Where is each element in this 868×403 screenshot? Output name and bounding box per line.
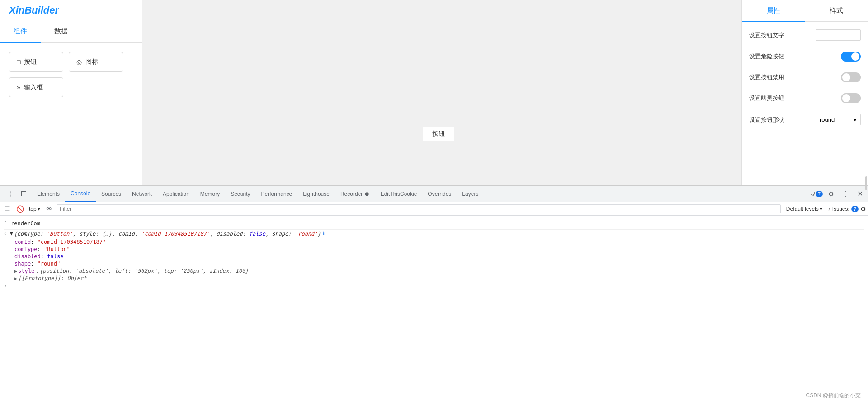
filter-container xyxy=(57,204,781,213)
devtools-tab-memory[interactable]: Memory xyxy=(195,186,225,202)
messages-icon[interactable]: 🗨 7 xyxy=(810,188,823,200)
prop-comid: comId: "comId_1703485107187" xyxy=(14,238,864,246)
left-panel: XinBuilder 组件 数据 □ 按钮 ◎ 图标 » 输入框 xyxy=(0,0,142,185)
devtools-tab-network[interactable]: Network xyxy=(127,186,157,202)
issues-label: 7 Issues: xyxy=(828,206,849,212)
toggle-ghost-knob xyxy=(842,94,850,102)
properties-panel: 设置按钮文字 设置危险按钮 设置按钮禁用 设置幽灵按钮 xyxy=(742,22,868,143)
clear-console-icon[interactable]: 🚫 xyxy=(14,204,25,214)
rendercom-text: renderCom xyxy=(11,218,40,228)
devtools-tab-application[interactable]: Application xyxy=(157,186,195,202)
console-line-object: ‹ ▼ {comType: 'Button', style: {…}, comI… xyxy=(4,230,864,238)
left-panel-tabs: 组件 数据 xyxy=(0,21,142,43)
devtools-tab-lighthouse[interactable]: Lighthouse xyxy=(297,186,335,202)
tab-components[interactable]: 组件 xyxy=(0,21,41,42)
more-icon[interactable]: ⋮ xyxy=(839,188,852,200)
toggle-danger-knob xyxy=(851,52,859,61)
right-panel: 属性 样式 设置按钮文字 设置危险按钮 设置按钮禁用 xyxy=(741,0,868,185)
prop-shape: shape: "round" xyxy=(14,260,864,267)
component-input[interactable]: » 输入框 xyxy=(9,77,63,97)
settings-gear-icon[interactable]: ⚙ xyxy=(860,205,866,213)
property-shape: 设置按钮形状 round ▾ xyxy=(749,114,861,125)
info-icon: ℹ xyxy=(323,231,325,237)
devtools-tab-editthiscookie[interactable]: EditThisCookie xyxy=(375,186,423,202)
prop-label-disabled: 设置按钮禁用 xyxy=(749,73,784,81)
object-preview: {comType: 'Button', style: {…}, comId: '… xyxy=(14,231,321,237)
scroll-indicator xyxy=(865,176,867,190)
sidebar-toggle-icon[interactable]: ☰ xyxy=(2,204,13,214)
prototype-expand-icon[interactable]: ▶ xyxy=(14,276,17,281)
console-toolbar: ☰ 🚫 top ▾ 👁 Default levels ▾ 7 Issues: 7… xyxy=(0,202,868,216)
prop-comtype: comType: "Button" xyxy=(14,246,864,253)
components-grid: □ 按钮 ◎ 图标 » 输入框 xyxy=(0,43,142,106)
filter-input[interactable] xyxy=(57,205,780,213)
toggle-disabled[interactable] xyxy=(841,72,861,82)
right-panel-tabs: 属性 样式 xyxy=(742,0,868,22)
component-button-label: 按钮 xyxy=(24,58,37,66)
eye-icon[interactable]: 👁 xyxy=(44,204,55,214)
line-arrow-right-icon: › xyxy=(4,218,9,224)
property-danger-button: 设置危险按钮 xyxy=(749,52,861,62)
devtools-tab-security[interactable]: Security xyxy=(225,186,255,202)
default-levels-arrow-icon: ▾ xyxy=(820,206,822,212)
property-ghost: 设置幽灵按钮 xyxy=(749,93,861,103)
chevron-down-icon: ▾ xyxy=(854,116,857,123)
logo-text: XinBuilder xyxy=(9,5,59,16)
dropdown-arrow-icon: ▾ xyxy=(38,206,40,212)
object-expanded: comId: "comId_1703485107187" comType: "B… xyxy=(4,238,864,282)
component-icon[interactable]: ◎ 图标 xyxy=(69,52,123,72)
toggle-ghost[interactable] xyxy=(841,93,861,103)
close-icon[interactable]: ✕ xyxy=(854,188,866,200)
devtools-tabbar: ⊹ ⧠ Elements Console Sources Network App… xyxy=(0,186,868,202)
default-levels-label: Default levels xyxy=(786,206,819,212)
devtools: ⊹ ⧠ Elements Console Sources Network App… xyxy=(0,185,868,403)
tab-styles[interactable]: 样式 xyxy=(805,0,868,21)
prop-label-shape: 设置按钮形状 xyxy=(749,116,784,124)
select-shape-value: round xyxy=(820,116,835,123)
devtools-tab-recorder[interactable]: Recorder ⏺ xyxy=(335,186,375,202)
console-prompt: › xyxy=(4,282,864,290)
component-button[interactable]: □ 按钮 xyxy=(9,52,63,72)
select-shape[interactable]: round ▾ xyxy=(816,114,861,125)
prop-input-button-text[interactable] xyxy=(816,29,861,41)
top-value: top xyxy=(29,206,37,212)
issues-count-badge: 7 xyxy=(851,206,859,212)
object-prev-icon: ‹ xyxy=(4,231,9,237)
settings-icon[interactable]: ⚙ xyxy=(825,188,837,200)
devtools-tab-console[interactable]: Console xyxy=(65,186,96,202)
messages-badge: 7 xyxy=(816,191,823,197)
devtools-tab-layers[interactable]: Layers xyxy=(457,186,484,202)
style-expand-icon[interactable]: ▶ xyxy=(14,269,17,274)
devtools-tab-sources[interactable]: Sources xyxy=(96,186,127,202)
property-disabled: 设置按钮禁用 xyxy=(749,72,861,82)
component-icon-label: 图标 xyxy=(85,58,98,66)
canvas-button[interactable]: 按钮 xyxy=(423,127,454,141)
console-line-rendercom: › renderCom xyxy=(4,218,864,230)
canvas-area: 按钮 xyxy=(142,0,741,185)
prop-label-button-text: 设置按钮文字 xyxy=(749,31,784,39)
toggle-danger[interactable] xyxy=(841,52,861,62)
prop-label-danger: 设置危险按钮 xyxy=(749,52,784,61)
component-input-label: 输入框 xyxy=(24,83,43,91)
expand-arrow-icon[interactable]: ▼ xyxy=(10,231,13,237)
default-levels-select[interactable]: Default levels ▾ xyxy=(786,206,822,212)
devtools-tab-elements[interactable]: Elements xyxy=(32,186,65,202)
tab-data[interactable]: 数据 xyxy=(41,21,81,42)
devtools-tab-performance[interactable]: Performance xyxy=(256,186,298,202)
issues-indicator[interactable]: 7 Issues: 7 ⚙ xyxy=(828,205,866,213)
devtools-icons-left: ⊹ ⧠ xyxy=(2,188,32,200)
prop-style: ▶ style: {position: 'absolute', left: '5… xyxy=(14,267,864,275)
prop-prototype: ▶ [[Prototype]]: Object xyxy=(14,275,864,282)
cursor-icon[interactable]: ⊹ xyxy=(4,188,16,200)
devtools-right-controls: 🗨 7 ⚙ ⋮ ✕ xyxy=(810,188,866,200)
input-icon: » xyxy=(17,84,20,91)
device-icon[interactable]: ⧠ xyxy=(17,188,30,200)
context-select[interactable]: top ▾ xyxy=(27,205,42,213)
toggle-disabled-knob xyxy=(842,73,850,81)
devtools-tab-overrides[interactable]: Overrides xyxy=(422,186,457,202)
logo: XinBuilder xyxy=(0,0,142,21)
prop-label-ghost: 设置幽灵按钮 xyxy=(749,94,784,102)
icon-icon: ◎ xyxy=(76,58,82,66)
tab-properties[interactable]: 属性 xyxy=(742,0,805,21)
prompt-arrow-icon: › xyxy=(4,283,7,289)
